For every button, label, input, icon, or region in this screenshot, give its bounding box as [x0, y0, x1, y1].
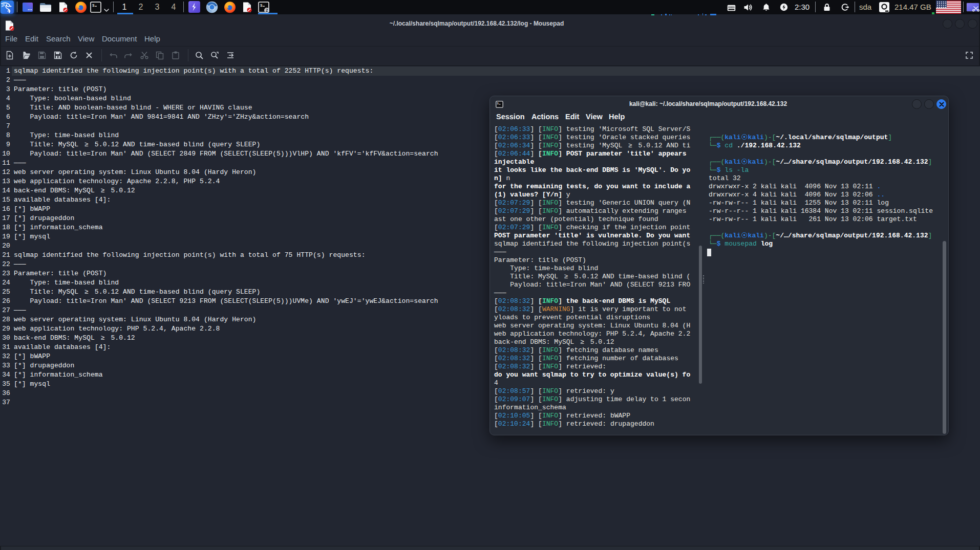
svg-text:$: $ [260, 4, 263, 8]
svg-text:2: 2 [266, 8, 268, 13]
svg-text:$: $ [92, 4, 95, 8]
